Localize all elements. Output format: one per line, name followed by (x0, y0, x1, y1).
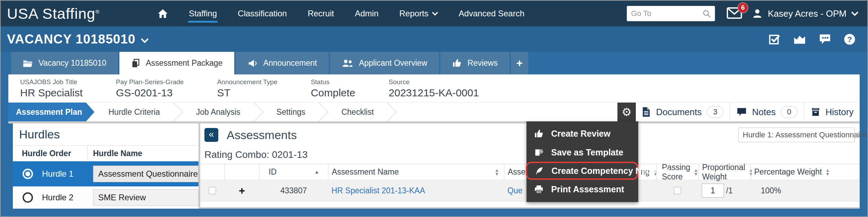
tab-reviews[interactable]: Reviews (440, 52, 509, 74)
megaphone-icon (247, 59, 257, 68)
history-button[interactable]: History (804, 103, 860, 121)
notes-button[interactable]: Notes 0 (730, 103, 804, 121)
subtab-hurdle-criteria[interactable]: Hurdle Criteria (96, 103, 171, 121)
tab-assessment-package[interactable]: Assessment Package (119, 52, 234, 74)
tab-label: Reviews (467, 58, 498, 68)
hurdle-order-cell: Hurdle 1 (13, 169, 87, 179)
search-icon[interactable] (702, 9, 711, 18)
nav-admin[interactable]: Admin (354, 3, 379, 24)
subtab-checklist[interactable]: Checklist (330, 103, 386, 121)
row-checkbox[interactable] (209, 187, 216, 194)
field-label: Pay Plan-Series-Grade (116, 78, 184, 86)
documents-button[interactable]: Documents 3 (636, 103, 730, 121)
menu-item-label: Print Assessment (551, 184, 624, 194)
col-percentage-weight[interactable]: Percentage Weight ▲▼ (750, 164, 860, 180)
goto-search (627, 6, 715, 21)
assessment-name-link[interactable]: HR Specialist 201-13-KAA (331, 186, 425, 195)
pages-icon (131, 58, 140, 68)
template-plus-icon (534, 148, 543, 157)
field-status: Status Complete (311, 78, 355, 99)
col-assessment-name[interactable]: Assessment Name ▲▼ (328, 164, 504, 180)
home-nav[interactable] (157, 3, 169, 24)
top-bar: USA Staffing® Staffing Classification Re… (1, 1, 867, 26)
hurdle-name-box[interactable]: SME Review (93, 189, 199, 206)
menu-save-as-template[interactable]: Save as Template (526, 143, 638, 162)
collapse-panel-button[interactable]: « (204, 128, 218, 142)
nav-advanced-search[interactable]: Advanced Search (458, 3, 525, 24)
inbox-button[interactable]: 6 (727, 7, 742, 20)
help-button[interactable]: ? (844, 33, 856, 45)
user-menu[interactable]: Kasey Acres - OPM (752, 8, 858, 19)
assessment-plan-content: Hurdles Hurdle Order Hurdle Name Hurdle … (8, 121, 860, 216)
hurdle-name-box[interactable]: Assessment Questionnaires (93, 166, 199, 182)
col-id[interactable]: ID ▲ (259, 164, 328, 180)
vacancy-tools: ? (769, 33, 856, 45)
vacancy-title[interactable]: VACANCY 10185010 (7, 32, 135, 47)
tab-label: Vacancy 10185010 (39, 58, 106, 68)
tab-applicant-overview[interactable]: Applicant Overview (330, 52, 439, 74)
tasks-icon (769, 33, 781, 45)
goto-input[interactable] (631, 9, 702, 18)
nav-classification[interactable]: Classification (237, 3, 287, 24)
subtab-job-analysis[interactable]: Job Analysis (184, 103, 252, 121)
hurdles-table-header: Hurdle Order Hurdle Name (13, 145, 199, 161)
menu-create-review[interactable]: Create Review (526, 124, 638, 143)
field-value: Complete (311, 87, 355, 99)
chevron-down-icon[interactable] (141, 38, 149, 43)
spacer (398, 103, 617, 121)
assessments-title: Assessments (227, 128, 297, 142)
field-label: Announcement Type (217, 78, 277, 86)
subtab-settings[interactable]: Settings (265, 103, 317, 121)
proportional-weight-input[interactable] (702, 184, 724, 198)
help-icon: ? (844, 33, 856, 45)
col-id-label: ID (269, 167, 277, 177)
field-value: 20231215-KA-0001 (389, 87, 479, 99)
passing-score-checkbox[interactable] (674, 187, 681, 194)
feedback-button[interactable] (819, 33, 831, 45)
svg-text:?: ? (847, 34, 852, 43)
menu-item-label: Create Competency Network (551, 166, 669, 176)
col-select (200, 164, 225, 180)
tab-announcement[interactable]: Announcement (236, 52, 329, 74)
nav-reports[interactable]: Reports (399, 3, 439, 24)
hurdle-order-cell: Hurdle 2 (13, 192, 87, 203)
user-icon (752, 8, 763, 19)
inbox-count-badge: 6 (738, 2, 748, 13)
field-value: GS-0201-13 (116, 87, 184, 99)
assessment-id: 433807 (259, 186, 328, 195)
menu-create-competency-network[interactable]: Create Competency Network (526, 162, 638, 180)
hurdle-row-1[interactable]: Hurdle 1 Assessment Questionnaires (13, 161, 199, 186)
tab-label: Applicant Overview (359, 58, 427, 68)
documents-label: Documents (656, 107, 702, 118)
radio-unselected-icon[interactable] (23, 192, 33, 203)
expand-row-button[interactable]: + (239, 185, 245, 196)
metrics-button[interactable] (793, 34, 806, 45)
users-icon (342, 59, 353, 67)
hurdle-select[interactable]: Hurdle 1: Assessment Questionnaires ▼ (738, 128, 855, 142)
tab-vacancy[interactable]: Vacancy 10185010 (11, 52, 118, 74)
menu-print-assessment[interactable]: Print Assessment (526, 180, 638, 199)
vacancy-bar: VACANCY 10185010 ? (1, 26, 867, 52)
note-icon (736, 107, 747, 117)
col-hurdle-order: Hurdle Order (13, 146, 87, 161)
col-percentage-label: Percentage Weight (754, 167, 822, 177)
app-logo[interactable]: USA Staffing® (7, 5, 100, 22)
history-label: History (826, 107, 854, 118)
col-proportional-weight[interactable]: Proportional Weight ▲▼ (698, 164, 750, 180)
assessment-type-partial: Que (507, 186, 522, 195)
gear-menu-button[interactable]: ⚙ (617, 103, 636, 121)
nav-recruit[interactable]: Recruit (307, 3, 335, 24)
add-tab-button[interactable]: + (511, 52, 528, 74)
radio-selected-icon[interactable] (23, 169, 33, 179)
tasks-button[interactable] (769, 33, 781, 45)
subtab-assessment-plan[interactable]: Assessment Plan (8, 103, 86, 121)
proportional-weight-total: /1 (726, 186, 733, 195)
thumbs-up-icon (534, 129, 543, 138)
logo-text: USA Staffing (7, 5, 95, 22)
nav-staffing[interactable]: Staffing (188, 3, 218, 24)
chevron-separator-icon (252, 103, 265, 121)
hurdle-row-2[interactable]: Hurdle 2 SME Review (13, 186, 199, 209)
field-label: USAJOBS Job Title (20, 78, 83, 86)
vacancy-tab-strip: Vacancy 10185010 Assessment Package Anno… (1, 52, 867, 74)
col-name-label: Assessment Name (332, 167, 399, 177)
